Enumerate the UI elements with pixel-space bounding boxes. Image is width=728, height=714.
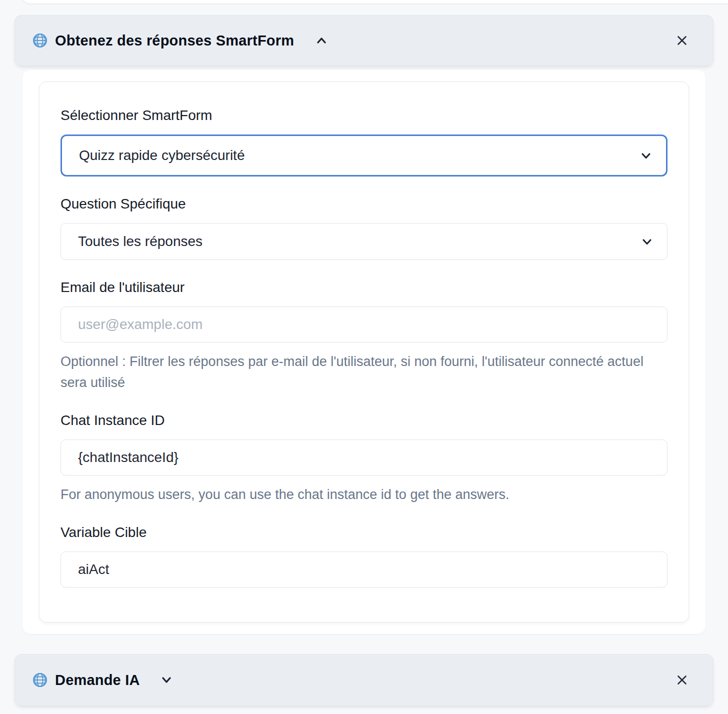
field-group-email: Email de l'utilisateur Optionnel : Filtr…	[60, 279, 668, 393]
chevron-up-icon	[314, 33, 329, 48]
target-variable-label: Variable Cible	[60, 524, 668, 541]
target-variable-input[interactable]	[60, 552, 668, 588]
form-card: Sélectionner SmartForm Quizz rapide cybe…	[39, 82, 689, 622]
field-group-question: Question Spécifique Toutes les réponses	[60, 196, 668, 260]
smartform-panel-header[interactable]: Obtenez des réponses SmartForm	[14, 15, 714, 66]
question-select[interactable]: Toutes les réponses	[60, 223, 668, 260]
field-group-chat-instance: Chat Instance ID For anonymous users, yo…	[60, 412, 668, 505]
chat-instance-input[interactable]	[60, 440, 668, 476]
close-button[interactable]	[674, 32, 690, 48]
email-input[interactable]	[60, 306, 668, 342]
demande-ia-panel-header[interactable]: Demande IA	[14, 654, 714, 706]
globe-icon	[32, 672, 48, 688]
chevron-down-icon	[640, 234, 654, 248]
panel-title: Demande IA	[55, 672, 140, 688]
chat-instance-label: Chat Instance ID	[60, 412, 668, 429]
email-help-text: Optionnel : Filtrer les réponses par e-m…	[60, 351, 668, 393]
chevron-down-icon	[639, 148, 653, 162]
smartform-select-label: Sélectionner SmartForm	[60, 107, 668, 124]
smartform-panel-body: Sélectionner SmartForm Quizz rapide cybe…	[22, 70, 706, 634]
close-button[interactable]	[674, 672, 690, 688]
expand-button[interactable]	[159, 672, 174, 688]
smartform-select-value: Quizz rapide cybersécurité	[79, 148, 244, 164]
collapse-button[interactable]	[314, 33, 329, 48]
smartform-select[interactable]: Quizz rapide cybersécurité	[60, 134, 668, 176]
chevron-down-icon	[159, 672, 174, 688]
chat-instance-help-text: For anonymous users, you can use the cha…	[60, 484, 668, 505]
panel-title: Obtenez des réponses SmartForm	[55, 32, 294, 49]
close-icon	[674, 32, 690, 48]
email-field-label: Email de l'utilisateur	[60, 279, 668, 296]
previous-card-edge	[22, 0, 728, 4]
field-group-target-variable: Variable Cible	[60, 524, 668, 588]
question-select-value: Toutes les réponses	[78, 234, 202, 250]
close-icon	[674, 672, 690, 688]
globe-icon	[32, 32, 48, 48]
question-select-label: Question Spécifique	[60, 196, 668, 212]
field-group-smartform: Sélectionner SmartForm Quizz rapide cybe…	[60, 107, 668, 176]
